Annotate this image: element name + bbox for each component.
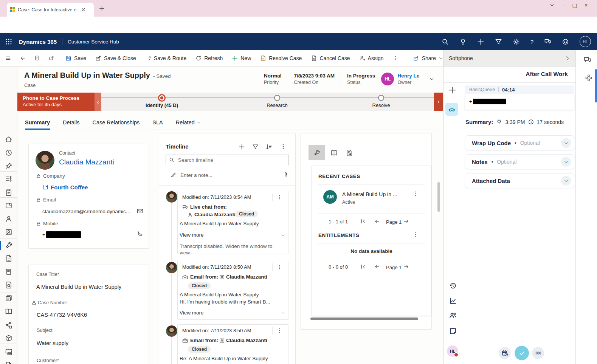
process-next-chevron[interactable]: › <box>434 93 443 111</box>
entry-more-icon[interactable] <box>277 264 282 270</box>
active-call-tab[interactable] <box>445 103 458 116</box>
collapse-panel-icon[interactable] <box>565 56 570 61</box>
entry-from[interactable]: Claudia Mazzanti <box>226 274 267 280</box>
owner-avatar[interactable]: HL <box>381 73 394 85</box>
activities-icon[interactable] <box>5 189 12 196</box>
cases-icon[interactable] <box>5 242 12 249</box>
new-tab-icon[interactable] <box>99 6 105 11</box>
chevron-down-icon[interactable] <box>281 310 285 315</box>
queues-icon[interactable] <box>5 255 12 262</box>
brand-title[interactable]: Dynamics 365 <box>19 39 57 45</box>
stage-resolve-marker[interactable] <box>378 95 384 101</box>
recent-case-title[interactable]: A Mineral Build Up in ... <box>342 191 397 197</box>
timeline-filter-icon[interactable] <box>252 144 259 150</box>
complete-acw-button[interactable] <box>515 346 529 360</box>
history-icon[interactable] <box>449 282 457 290</box>
row-more-icon[interactable] <box>412 191 418 197</box>
entry-subject[interactable]: A Mineral Build Up in Water Supply <box>180 292 259 297</box>
entry-subject[interactable]: Re: A Mineral Build Up in Water Supply <box>180 356 268 361</box>
horizontal-scrollbar[interactable] <box>310 318 418 320</box>
home-icon[interactable] <box>5 136 12 143</box>
refresh-button[interactable]: Refresh <box>195 55 223 61</box>
contacts-directory-icon[interactable] <box>449 311 457 319</box>
gear-icon[interactable] <box>513 38 520 45</box>
tab-summary[interactable]: Summary <box>25 119 50 130</box>
note-placeholder[interactable]: Enter a note... <box>180 172 212 178</box>
knowledge-icon[interactable] <box>5 268 12 276</box>
timeline-entry[interactable]: Modified on: 7/11/2023 8:50 AM Email fro… <box>177 324 288 364</box>
filter-icon[interactable] <box>495 38 502 45</box>
prev-page-icon[interactable] <box>374 218 380 224</box>
entry-more-icon[interactable] <box>277 194 282 200</box>
notes-icon[interactable] <box>449 327 457 335</box>
chevron-down-icon[interactable] <box>281 232 285 237</box>
smiley-icon[interactable] <box>562 38 569 45</box>
tab-case-relationships[interactable]: Case Relationships <box>92 119 140 130</box>
email-templates-icon[interactable] <box>5 348 12 356</box>
process-stage-box[interactable]: Phone to Case Process Active for 45 days <box>17 93 95 111</box>
first-page-icon[interactable] <box>360 218 366 224</box>
stage-research-label[interactable]: Research <box>267 102 288 108</box>
notes-accordion[interactable]: Notes • Optional <box>465 154 575 169</box>
book-icon[interactable] <box>5 308 12 315</box>
related-tab-tools[interactable] <box>309 145 325 160</box>
entry-subject[interactable]: A Mineral Build Up in Water Supply <box>180 221 259 226</box>
process-collapse-chevron[interactable]: ‹ <box>95 93 101 111</box>
view-more-link[interactable]: View more <box>180 310 204 316</box>
contacts-icon[interactable] <box>5 215 12 223</box>
agent-avatar[interactable]: HL <box>447 345 458 357</box>
entry-from[interactable]: Claudia Mazzanti <box>194 212 236 217</box>
timeline-search-input[interactable] <box>177 157 285 163</box>
new-button[interactable]: New <box>232 55 251 61</box>
stage-resolve-label[interactable]: Resolve <box>372 102 390 108</box>
schedule-followup-button[interactable] <box>499 347 511 359</box>
close-window-icon[interactable]: × <box>580 2 592 8</box>
maximize-window-icon[interactable]: ▢ <box>569 2 580 8</box>
timeline-add-icon[interactable] <box>239 144 245 150</box>
knowledge-search-icon[interactable] <box>5 281 12 289</box>
subject-value[interactable]: Water supply <box>37 340 68 346</box>
expand-chevron[interactable] <box>561 176 571 186</box>
tab-close-icon[interactable] <box>81 8 85 12</box>
add-session-icon[interactable] <box>448 86 456 94</box>
send-email-icon[interactable] <box>137 208 143 214</box>
accounts-icon[interactable] <box>5 202 12 209</box>
entitlements-more-icon[interactable] <box>412 232 418 237</box>
conversations-icon[interactable] <box>583 56 592 64</box>
save-and-route-button[interactable]: Save & Route <box>145 55 186 61</box>
assign-button[interactable]: Assign <box>359 55 384 61</box>
share-button[interactable]: Share <box>407 50 443 67</box>
prev-page-icon[interactable] <box>374 264 380 270</box>
minimize-window-icon[interactable]: – <box>558 2 569 8</box>
feedback-chat-icon[interactable] <box>544 38 551 45</box>
social-profiles-icon[interactable] <box>5 228 12 236</box>
pinned-icon[interactable] <box>5 162 12 170</box>
timeline-entry[interactable]: Modified on: 7/11/2023 8:54 AM Live chat… <box>177 191 288 254</box>
help-icon[interactable]: ? <box>530 39 533 45</box>
drafts-icon[interactable] <box>5 361 12 364</box>
app-name[interactable]: Customer Service Hub <box>68 39 119 45</box>
tab-details[interactable]: Details <box>63 119 79 130</box>
tab-sla[interactable]: SLA <box>152 119 163 130</box>
go-back-icon[interactable] <box>20 55 26 62</box>
tab-related[interactable]: Related <box>176 119 201 130</box>
vertical-scrollbar[interactable] <box>437 182 440 212</box>
expand-chevron[interactable] <box>561 138 571 148</box>
lightbulb-icon[interactable] <box>459 38 467 45</box>
stage-identify-label[interactable]: Identify (45 D) <box>146 102 178 108</box>
form-selector-icon[interactable] <box>34 55 40 61</box>
entry-from[interactable]: Claudia Mazzanti <box>226 338 267 343</box>
quick-create-icon[interactable] <box>477 38 484 45</box>
collapse-sitemap-icon[interactable] <box>5 55 11 62</box>
timeline-search-box[interactable] <box>166 155 289 165</box>
user-avatar[interactable]: HL <box>580 36 591 47</box>
timeline-more-icon[interactable] <box>280 144 286 150</box>
tab-actions-icon[interactable] <box>546 2 558 8</box>
company-link[interactable]: Fourth Coffee <box>51 184 88 191</box>
stage-identify-marker[interactable] <box>158 94 166 102</box>
wrap-up-code-accordion[interactable]: Wrap Up Code • Optional <box>465 135 575 150</box>
contact-name-link[interactable]: Claudia Mazzanti <box>59 158 114 166</box>
header-chevron-icon[interactable] <box>429 76 434 82</box>
articles-icon[interactable] <box>5 294 12 302</box>
popout-icon[interactable] <box>49 55 54 61</box>
